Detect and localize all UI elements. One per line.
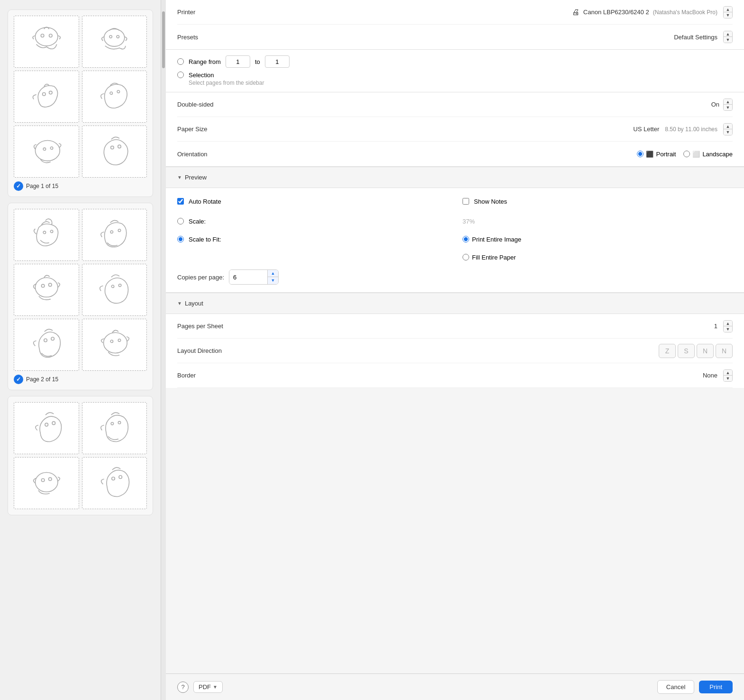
thumbnail-3-4[interactable] <box>82 457 147 509</box>
svg-point-27 <box>110 340 113 342</box>
printer-stepper-down[interactable]: ▼ <box>724 12 732 18</box>
pages-per-sheet-up[interactable]: ▲ <box>724 321 732 326</box>
page-group-2: Page 2 of 15 <box>8 203 153 390</box>
copies-stepper-down[interactable]: ▼ <box>268 277 278 284</box>
range-to-input[interactable] <box>265 55 290 68</box>
scale-to-fit-row: Scale to Fit: <box>177 232 447 247</box>
pdf-button[interactable]: PDF ▼ <box>193 681 223 693</box>
paper-size-label: Paper Size <box>177 126 208 133</box>
pages-per-sheet-stepper[interactable]: ▲ ▼ <box>723 320 733 332</box>
thumbnail-1-2[interactable] <box>82 16 147 68</box>
thumbnail-2-5[interactable] <box>14 319 79 371</box>
selection-radio[interactable] <box>177 72 184 78</box>
paper-size-up[interactable]: ▲ <box>724 124 732 129</box>
paper-size-down[interactable]: ▼ <box>724 129 732 135</box>
cancel-button[interactable]: Cancel <box>657 680 694 694</box>
layout-direction-label: Layout Direction <box>177 347 222 354</box>
thumbnail-3-3[interactable] <box>14 457 79 509</box>
thumbnail-2-3[interactable] <box>14 264 79 316</box>
copies-stepper-up[interactable]: ▲ <box>268 270 278 277</box>
pdf-chevron-icon: ▼ <box>213 684 218 690</box>
border-text: None <box>703 372 717 379</box>
thumbnail-2-4[interactable] <box>82 264 147 316</box>
range-radio[interactable] <box>177 58 184 65</box>
copies-per-page-row: Copies per page: ▲ ▼ <box>177 269 733 285</box>
scale-radio[interactable] <box>177 218 184 224</box>
copies-per-page-input[interactable] <box>229 270 267 284</box>
thumbnail-3-2[interactable] <box>82 402 147 454</box>
sidebar-scrollbar[interactable] <box>161 0 166 700</box>
settings-panel: Printer 🖨 Canon LBP6230/6240 2 (Natasha'… <box>166 0 744 700</box>
layout-header[interactable]: ▼ Layout <box>166 293 744 314</box>
scroll-thumb[interactable] <box>162 11 165 68</box>
presets-stepper-down[interactable]: ▼ <box>724 37 732 43</box>
help-button[interactable]: ? <box>177 682 189 693</box>
page-2-label: Page 2 of 15 <box>14 375 147 384</box>
thumbnail-1-6[interactable] <box>82 126 147 178</box>
direction-btn-4[interactable]: N <box>716 344 733 358</box>
svg-point-14 <box>118 145 121 148</box>
svg-point-17 <box>110 231 113 233</box>
print-button[interactable]: Print <box>699 681 733 693</box>
selection-row: Selection Select pages from the sidebar <box>177 72 733 86</box>
thumbnail-2-2[interactable] <box>82 209 147 261</box>
direction-btn-3[interactable]: N <box>697 344 714 358</box>
print-entire-image-label: Print Entire Image <box>472 236 521 243</box>
thumbnail-1-1[interactable] <box>14 16 79 68</box>
double-sided-up[interactable]: ▲ <box>724 99 732 105</box>
copies-per-page-label: Copies per page: <box>177 274 224 281</box>
svg-point-37 <box>119 476 122 478</box>
presets-stepper[interactable]: ▲ ▼ <box>723 31 733 43</box>
range-from-input[interactable] <box>226 55 250 68</box>
pages-per-sheet-down[interactable]: ▼ <box>724 326 732 332</box>
double-sided-down[interactable]: ▼ <box>724 105 732 110</box>
double-sided-stepper[interactable]: ▲ ▼ <box>723 99 733 111</box>
pages-per-sheet-text: 1 <box>714 323 717 330</box>
paper-size-stepper[interactable]: ▲ ▼ <box>723 123 733 135</box>
direction-btn-2[interactable]: S <box>678 344 695 358</box>
border-stepper-down[interactable]: ▼ <box>724 376 732 381</box>
settings-scroll-area: Printer 🖨 Canon LBP6230/6240 2 (Natasha'… <box>166 0 744 673</box>
layout-direction-row: Layout Direction Z S N N <box>177 339 733 363</box>
fill-entire-paper-option[interactable]: Fill Entire Paper <box>463 250 516 265</box>
presets-stepper-up[interactable]: ▲ <box>724 31 732 37</box>
scale-to-fit-radio[interactable] <box>177 236 184 242</box>
portrait-icon: ⬛ <box>646 151 653 158</box>
paper-size-row: Paper Size US Letter 8.50 by 11.00 inche… <box>177 117 733 142</box>
preview-col1: Auto Rotate Scale: Scale to Fit: <box>177 194 447 265</box>
thumbnail-1-4[interactable] <box>82 71 147 123</box>
printer-stepper-up[interactable]: ▲ <box>724 7 732 12</box>
orientation-row: Orientation ⬛ Portrait ⬜ Landscape <box>177 142 733 166</box>
presets-label: Presets <box>177 34 198 41</box>
preview-header[interactable]: ▼ Preview <box>166 167 744 188</box>
portrait-option[interactable]: ⬛ Portrait <box>637 151 676 158</box>
fill-entire-paper-radio[interactable] <box>463 254 469 260</box>
thumbnail-2-6[interactable] <box>82 319 147 371</box>
preview-content: Auto Rotate Scale: Scale to Fit: <box>166 188 744 293</box>
scale-label: Scale: <box>189 218 206 225</box>
page-group-1: Page 1 of 15 <box>8 9 153 197</box>
landscape-radio[interactable] <box>683 151 690 157</box>
range-section: Range from to Selection Select pages fro… <box>166 50 744 92</box>
thumbnail-1-3[interactable] <box>14 71 79 123</box>
show-notes-checkbox[interactable] <box>463 198 469 205</box>
page-sidebar[interactable]: Page 1 of 15 <box>0 0 161 700</box>
orientation-label: Orientation <box>177 151 208 158</box>
portrait-radio[interactable] <box>637 151 644 157</box>
landscape-option[interactable]: ⬜ Landscape <box>683 151 733 158</box>
thumbnail-1-5[interactable] <box>14 126 79 178</box>
direction-btn-1[interactable]: Z <box>659 344 676 358</box>
print-entire-image-option[interactable]: Print Entire Image <box>463 232 521 247</box>
svg-point-6 <box>42 92 45 95</box>
thumbnail-3-1[interactable] <box>14 402 79 454</box>
svg-point-11 <box>43 148 45 150</box>
page-1-checkmark <box>14 181 23 191</box>
auto-rotate-checkbox[interactable] <box>177 198 184 205</box>
border-stepper[interactable]: ▲ ▼ <box>723 369 733 382</box>
copies-stepper[interactable]: ▲ ▼ <box>267 270 278 284</box>
print-entire-image-radio[interactable] <box>463 236 469 242</box>
border-stepper-up[interactable]: ▲ <box>724 370 732 376</box>
printer-stepper[interactable]: ▲ ▼ <box>723 6 733 18</box>
double-sided-text: On <box>711 101 719 108</box>
thumbnail-2-1[interactable] <box>14 209 79 261</box>
